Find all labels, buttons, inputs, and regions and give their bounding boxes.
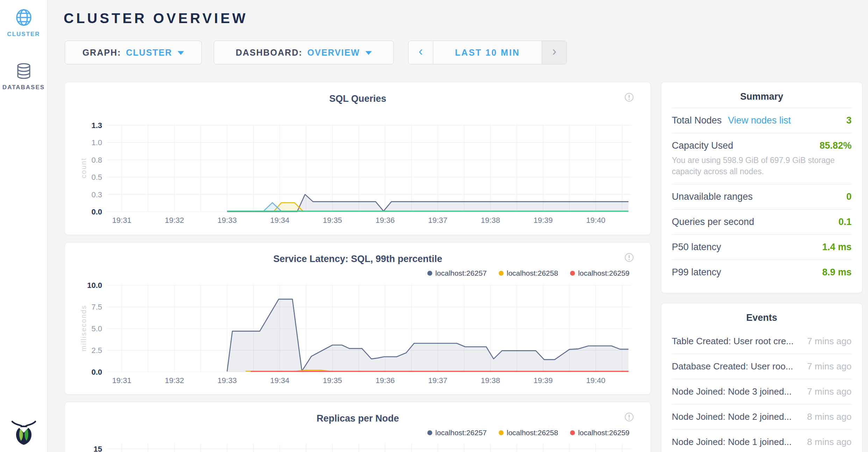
sidebar: CLUSTER DATABASES — [0, 0, 48, 452]
summary-row-queries-per-second: Queries per second 0.1 — [672, 209, 852, 234]
legend-item[interactable]: localhost:26257 — [427, 429, 487, 437]
x-tick-label: 19:40 — [586, 376, 605, 385]
database-icon — [16, 63, 31, 79]
y-tick-label: 0.0 — [91, 207, 102, 216]
time-range-prev-button[interactable]: ‹ — [408, 41, 433, 64]
y-tick-label: 1.0 — [91, 138, 102, 147]
chart-legend: localhost:26257 localhost:26258 localhos… — [427, 429, 629, 437]
x-tick-label: 19:32 — [165, 216, 184, 225]
summary-title: Summary — [672, 82, 852, 108]
x-tick-label: 19:40 — [586, 216, 605, 225]
x-tick-label: 19:36 — [376, 216, 395, 225]
sql-queries-chart-card: SQL Queries 0.00.30.50.81.01.319:3119:32… — [65, 82, 651, 235]
sidebar-item-databases[interactable]: DATABASES — [0, 63, 47, 91]
summary-value: 0.1 — [838, 217, 852, 227]
legend-label: localhost:26259 — [578, 269, 629, 277]
summary-value: 3 — [846, 115, 852, 126]
x-tick-label: 19:31 — [112, 376, 131, 385]
sidebar-item-cluster[interactable]: CLUSTER — [0, 9, 47, 38]
chevron-left-icon: ‹ — [419, 45, 423, 58]
graph-dropdown-value: CLUSTER — [126, 48, 172, 58]
sql-queries-plot[interactable]: 0.00.30.50.81.01.319:3119:3219:3319:3419… — [79, 119, 637, 229]
summary-row-capacity-used: Capacity Used 85.82% You are using 598.9… — [672, 133, 852, 184]
event-time: 7 mins ago — [807, 361, 852, 372]
y-tick-label: 0.0 — [91, 368, 102, 376]
event-text: Database Created: User roo... — [672, 361, 793, 372]
legend-label: localhost:26258 — [507, 429, 558, 437]
event-time: 8 mins ago — [807, 411, 852, 422]
legend-dot-icon — [570, 430, 575, 435]
series-area — [227, 299, 628, 372]
cockroachdb-logo[interactable] — [11, 418, 36, 446]
event-row: Node Joined: Node 2 joined... 8 mins ago — [672, 404, 852, 430]
x-tick-label: 19:39 — [533, 376, 553, 385]
summary-label: Capacity Used — [672, 140, 733, 151]
chevron-right-icon: › — [552, 45, 556, 58]
replicas-per-node-chart-card: Replicas per Node localhost:26257 localh… — [65, 402, 651, 452]
info-icon[interactable] — [625, 412, 634, 423]
graph-dropdown-label: GRAPH: — [83, 48, 121, 58]
service-latency-chart-card: Service Latency: SQL, 99th percentile lo… — [65, 242, 651, 395]
time-range-value[interactable]: LAST 10 MIN — [433, 41, 542, 64]
legend-item[interactable]: localhost:26257 — [427, 269, 487, 277]
time-range-next-button[interactable]: › — [542, 41, 567, 64]
x-tick-label: 19:34 — [270, 376, 289, 385]
cluster-overview-page: CLUSTER DATABASES CLUSTER OVERVIEW — [0, 0, 868, 452]
summary-label: Queries per second — [672, 217, 754, 227]
y-tick-label: 2.5 — [91, 346, 102, 355]
summary-row-p99-latency: P99 latency 8.9 ms — [672, 260, 852, 285]
summary-label: Unavailable ranges — [672, 191, 753, 202]
capacity-subtext: You are using 598.9 GiB of 697.9 GiB sto… — [672, 155, 852, 177]
sidebar-item-label: DATABASES — [2, 84, 45, 91]
legend-label: localhost:26259 — [578, 429, 629, 437]
chart-title: Service Latency: SQL, 99th percentile — [65, 254, 650, 264]
legend-item[interactable]: localhost:26259 — [570, 429, 629, 437]
cockroach-bug-icon — [11, 418, 36, 445]
dashboard-dropdown-value: OVERVIEW — [307, 48, 360, 58]
x-tick-label: 19:38 — [481, 216, 500, 225]
legend-dot-icon — [427, 430, 432, 435]
legend-item[interactable]: localhost:26258 — [499, 269, 558, 277]
legend-label: localhost:26258 — [507, 269, 558, 277]
event-row: Node Joined: Node 1 joined... 8 mins ago — [672, 430, 852, 452]
info-icon[interactable] — [625, 253, 634, 263]
summary-row-total-nodes: Total Nodes View nodes list 3 — [672, 108, 852, 133]
y-axis-label: milliseconds — [80, 305, 87, 352]
chart-legend: localhost:26257 localhost:26258 localhos… — [427, 269, 629, 277]
x-tick-label: 19:33 — [218, 376, 237, 385]
chevron-down-icon — [178, 51, 184, 55]
legend-item[interactable]: localhost:26258 — [499, 429, 558, 437]
legend-dot-icon — [499, 430, 504, 435]
summary-label: P50 latency — [672, 242, 721, 253]
y-tick-label: 0.3 — [91, 190, 102, 199]
event-row: Table Created: User root cre... 7 mins a… — [672, 329, 852, 354]
x-tick-label: 19:34 — [270, 216, 289, 225]
y-tick-label: 1.3 — [91, 121, 102, 130]
y-tick-label: 0.8 — [91, 156, 102, 164]
summary-label: Total Nodes — [672, 115, 722, 126]
info-icon[interactable] — [625, 93, 634, 103]
view-nodes-list-link[interactable]: View nodes list — [728, 115, 791, 126]
y-tick-label: 15 — [94, 445, 102, 452]
x-tick-label: 19:38 — [481, 376, 500, 385]
events-title: Events — [672, 303, 852, 329]
legend-dot-icon — [499, 271, 504, 276]
page-title: CLUSTER OVERVIEW — [64, 10, 248, 26]
dashboard-dropdown-label: DASHBOARD: — [236, 48, 303, 58]
event-time: 7 mins ago — [807, 336, 852, 347]
summary-row-unavailable-ranges: Unavailable ranges 0 — [672, 184, 852, 209]
chart-title: Replicas per Node — [65, 413, 650, 424]
event-text: Node Joined: Node 1 joined... — [672, 437, 792, 447]
event-text: Table Created: User root cre... — [672, 336, 794, 347]
replicas-per-node-plot[interactable]: 05101519:3119:3219:3319:3419:3519:3619:3… — [79, 438, 637, 452]
summary-value: 85.82% — [819, 140, 852, 151]
legend-dot-icon — [427, 271, 432, 276]
x-tick-label: 19:37 — [428, 376, 447, 385]
x-tick-label: 19:35 — [323, 216, 342, 225]
dashboard-dropdown[interactable]: DASHBOARD: OVERVIEW — [214, 41, 394, 64]
graph-dropdown[interactable]: GRAPH: CLUSTER — [65, 41, 202, 64]
service-latency-plot[interactable]: 0.02.55.07.510.019:3119:3219:3319:3419:3… — [79, 279, 637, 389]
events-panel: Events Table Created: User root cre... 7… — [661, 303, 862, 452]
x-tick-label: 19:33 — [218, 216, 237, 225]
legend-item[interactable]: localhost:26259 — [570, 269, 629, 277]
